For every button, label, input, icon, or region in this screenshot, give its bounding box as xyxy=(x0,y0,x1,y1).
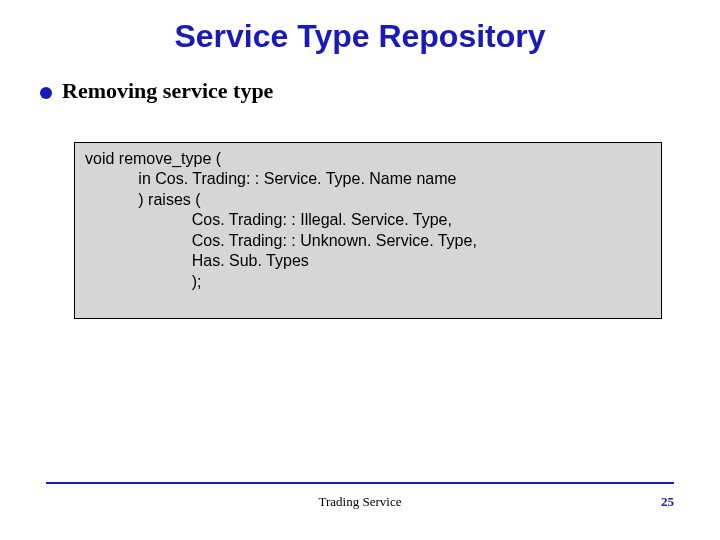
bullet-text: Removing service type xyxy=(62,78,273,104)
bullet-icon xyxy=(40,87,52,99)
code-block: void remove_type ( in Cos. Trading: : Se… xyxy=(74,142,662,319)
bullet-item: Removing service type xyxy=(40,78,680,104)
footer-label: Trading Service xyxy=(0,494,720,510)
slide-title: Service Type Repository xyxy=(0,18,720,55)
slide: Service Type Repository Removing service… xyxy=(0,0,720,540)
page-number: 25 xyxy=(661,494,674,510)
footer-divider xyxy=(46,482,674,484)
